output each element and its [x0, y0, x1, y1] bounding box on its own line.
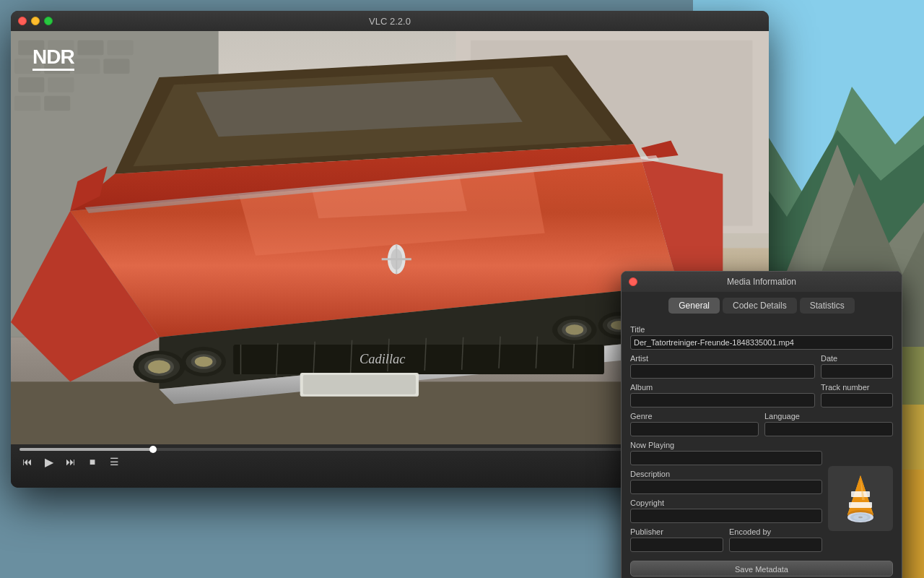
copyright-row: Copyright	[630, 499, 822, 523]
maximize-button[interactable]	[44, 17, 53, 25]
ndr-logo: NDR	[32, 46, 74, 71]
title-row: Title	[630, 325, 893, 350]
title-label: Title	[630, 325, 893, 334]
svg-rect-27	[44, 96, 70, 111]
description-input[interactable]	[630, 480, 822, 494]
date-input[interactable]	[821, 364, 893, 379]
genre-group: Genre	[630, 412, 759, 436]
description-label: Description	[630, 470, 822, 478]
svg-point-70	[858, 517, 863, 518]
svg-point-55	[565, 324, 583, 335]
traffic-lights	[18, 17, 53, 25]
main-content-area: Now Playing Description Copyright	[630, 441, 893, 556]
fast-forward-button[interactable]: ⏭	[63, 454, 79, 470]
svg-point-47	[148, 361, 170, 374]
track-label: Track number	[821, 383, 893, 392]
tab-general[interactable]: General	[668, 298, 720, 314]
album-input[interactable]	[630, 393, 815, 407]
title-input[interactable]	[630, 335, 893, 350]
playlist-button[interactable]: ☰	[106, 454, 122, 470]
publisher-encoded-row: Publisher Encoded by	[630, 527, 822, 552]
vlc-icon-area	[828, 441, 893, 556]
artist-label: Artist	[630, 354, 815, 363]
svg-rect-19	[108, 40, 134, 56]
vlc-title-bar: VLC 2.2.0	[11, 11, 769, 31]
svg-rect-26	[14, 96, 40, 111]
dialog-left-panel: Now Playing Description Copyright	[630, 441, 822, 556]
svg-rect-18	[77, 40, 103, 56]
stop-button[interactable]: ■	[84, 454, 100, 470]
description-row: Description	[630, 470, 822, 494]
language-label: Language	[764, 412, 893, 420]
publisher-input[interactable]	[630, 538, 723, 552]
dialog-title-bar: Media Information	[622, 272, 902, 292]
encoded-by-label: Encoded by	[729, 527, 822, 536]
svg-text:Cadillac: Cadillac	[359, 352, 406, 366]
publisher-group: Publisher	[630, 527, 723, 552]
rewind-button[interactable]: ⏮	[19, 454, 35, 470]
date-label: Date	[821, 354, 893, 363]
vlc-icon	[828, 466, 893, 531]
genre-language-row: Genre Language	[630, 412, 893, 436]
save-metadata-button[interactable]: Save Metadata	[630, 561, 893, 577]
album-group: Album	[630, 383, 815, 407]
svg-rect-64	[851, 491, 870, 497]
copyright-label: Copyright	[630, 499, 822, 507]
language-group: Language	[764, 412, 893, 436]
dialog-tabs: General Codec Details Statistics	[622, 292, 902, 319]
tab-statistics[interactable]: Statistics	[800, 298, 855, 314]
window-title: VLC 2.2.0	[369, 16, 411, 27]
album-label: Album	[630, 383, 815, 392]
minimize-button[interactable]	[31, 17, 40, 25]
track-input[interactable]	[821, 393, 893, 407]
genre-input[interactable]	[630, 422, 759, 436]
dialog-close-button[interactable]	[629, 277, 637, 286]
close-button[interactable]	[18, 17, 27, 25]
publisher-label: Publisher	[630, 527, 723, 536]
dialog-title: Media Information	[727, 277, 796, 287]
track-group: Track number	[821, 383, 893, 407]
svg-rect-24	[18, 77, 44, 92]
album-track-row: Album Track number	[630, 383, 893, 407]
svg-rect-25	[48, 77, 74, 92]
tab-codec-details[interactable]: Codec Details	[723, 298, 797, 314]
svg-rect-22	[74, 59, 100, 74]
artist-input[interactable]	[630, 364, 815, 379]
play-button[interactable]: ▶	[41, 454, 57, 470]
svg-rect-23	[103, 59, 129, 74]
genre-label: Genre	[630, 412, 759, 420]
now-playing-label: Now Playing	[630, 441, 822, 449]
now-playing-input[interactable]	[630, 451, 822, 465]
artist-group: Artist	[630, 354, 815, 379]
encoded-by-input[interactable]	[729, 538, 822, 552]
desktop: VLC 2.2.0	[0, 0, 924, 578]
copyright-input[interactable]	[630, 509, 822, 523]
dialog-content: Title Artist Date Album	[622, 319, 902, 578]
now-playing-row: Now Playing	[630, 441, 822, 465]
progress-fill	[19, 448, 153, 451]
artist-date-row: Artist Date	[630, 354, 893, 379]
svg-rect-28	[233, 345, 604, 374]
svg-rect-61	[303, 375, 416, 394]
svg-rect-65	[849, 502, 872, 508]
language-input[interactable]	[764, 422, 893, 436]
svg-point-51	[195, 356, 213, 366]
date-group: Date	[821, 354, 893, 379]
media-info-dialog: Media Information General Codec Details …	[621, 271, 902, 578]
encoded-group: Encoded by	[729, 527, 822, 552]
progress-handle[interactable]	[149, 446, 157, 453]
